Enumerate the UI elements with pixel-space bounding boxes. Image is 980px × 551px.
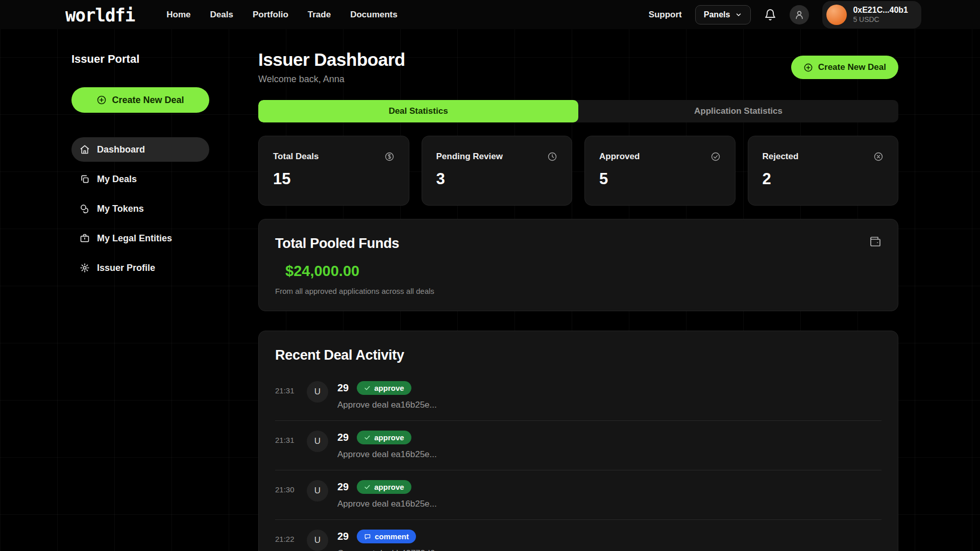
speech-bubble-icon <box>364 533 371 540</box>
pooled-funds-title: Total Pooled Funds <box>275 236 399 252</box>
activity-body: 29 approve Approve deal ea16b25e... <box>337 480 437 509</box>
activity-list-item: 21:31 U 29 approve Approve d <box>275 371 881 421</box>
activity-time: 21:30 <box>275 480 298 494</box>
activity-description: Approve deal ea16b25e... <box>337 400 437 410</box>
activity-time: 21:22 <box>275 530 298 543</box>
activity-avatar: U <box>307 381 328 403</box>
total-pooled-funds-card: Total Pooled Funds $24,000.00 From all a… <box>258 219 898 311</box>
nav-trade[interactable]: Trade <box>308 10 331 20</box>
approve-badge: approve <box>357 431 411 444</box>
page-title: Issuer Dashboard <box>258 49 405 70</box>
top-bar-right: Support Panels 0xE21C...40b1 5 USDC <box>649 1 921 29</box>
activity-actor: 29 <box>337 432 349 443</box>
stat-value: 3 <box>436 170 558 188</box>
plus-circle-icon <box>803 63 813 72</box>
wallet-avatar <box>826 5 847 25</box>
stats-row: Total Deals 15 Pending Review 3 <box>258 136 898 206</box>
nav-portfolio[interactable]: Portfolio <box>253 10 288 20</box>
activity-avatar: U <box>307 431 328 452</box>
sidebar-title: Issuer Portal <box>71 53 209 66</box>
stat-card-total-deals: Total Deals 15 <box>258 136 409 206</box>
sidebar-create-new-deal-button[interactable]: Create New Deal <box>71 87 209 113</box>
x-circle-icon <box>873 152 884 162</box>
stat-card-pending-review: Pending Review 3 <box>422 136 573 206</box>
notifications-bell-icon[interactable] <box>764 9 776 21</box>
clock-icon <box>547 152 557 162</box>
activity-avatar: U <box>307 530 328 551</box>
activity-description: Approve deal ea16b25e... <box>337 449 437 460</box>
brand-logo[interactable]: worldfi <box>65 4 135 26</box>
wallet-address: 0xE21C...40b1 <box>853 5 908 15</box>
user-avatar-icon[interactable] <box>790 5 809 24</box>
activity-title: Recent Deal Activity <box>275 347 881 363</box>
briefcase-icon <box>80 233 90 243</box>
sidebar-create-label: Create New Deal <box>112 95 184 106</box>
wallet-icon <box>869 236 881 248</box>
dollar-circle-icon <box>384 152 395 162</box>
check-circle-icon <box>710 152 721 162</box>
home-icon <box>80 144 90 155</box>
activity-time: 21:31 <box>275 381 298 395</box>
check-icon <box>364 484 371 490</box>
statistics-tabbar: Deal Statistics Application Statistics <box>258 100 898 122</box>
panels-dropdown[interactable]: Panels <box>695 5 751 24</box>
check-icon <box>364 385 371 391</box>
wallet-balance: 5 USDC <box>853 15 908 24</box>
sidebar-item-issuer-profile[interactable]: Issuer Profile <box>71 256 209 280</box>
panels-label: Panels <box>704 10 730 19</box>
tab-deal-statistics[interactable]: Deal Statistics <box>258 100 578 122</box>
top-navigation: Home Deals Portfolio Trade Documents <box>166 10 397 20</box>
activity-body: 29 comment Comment deal b42773d6... <box>337 530 442 551</box>
copies-icon <box>80 174 90 184</box>
badge-label: approve <box>374 483 404 491</box>
stat-card-approved: Approved 5 <box>584 136 736 206</box>
activity-time: 21:31 <box>275 431 298 444</box>
stat-value: 2 <box>763 170 884 188</box>
main-content: Issuer Dashboard Welcome back, Anna Crea… <box>258 29 898 551</box>
nav-support[interactable]: Support <box>649 10 682 20</box>
stat-label: Approved <box>599 152 640 162</box>
comment-badge: comment <box>357 530 416 543</box>
activity-list-item: 21:31 U 29 approve Approve d <box>275 421 881 470</box>
sidebar-item-my-tokens[interactable]: My Tokens <box>71 196 209 221</box>
activity-actor: 29 <box>337 481 349 493</box>
sidebar-item-dashboard[interactable]: Dashboard <box>71 137 209 162</box>
sidebar-item-my-deals[interactable]: My Deals <box>71 167 209 191</box>
tab-application-statistics[interactable]: Application Statistics <box>578 100 898 122</box>
gear-icon <box>80 263 90 273</box>
check-icon <box>364 434 371 441</box>
badge-label: approve <box>374 384 404 392</box>
badge-label: comment <box>375 532 409 541</box>
approve-badge: approve <box>357 381 411 395</box>
sidebar-item-label: Dashboard <box>97 144 145 155</box>
pooled-funds-amount: $24,000.00 <box>285 263 881 280</box>
sidebar-item-label: My Legal Entities <box>97 233 172 244</box>
stat-value: 5 <box>599 170 721 188</box>
header-text: Issuer Dashboard Welcome back, Anna <box>258 49 405 85</box>
nav-deals[interactable]: Deals <box>210 10 233 20</box>
stat-label: Total Deals <box>273 152 318 162</box>
nav-home[interactable]: Home <box>166 10 190 20</box>
stat-label: Rejected <box>763 152 799 162</box>
nav-documents[interactable]: Documents <box>350 10 398 20</box>
wallet-info: 0xE21C...40b1 5 USDC <box>853 5 908 24</box>
pooled-funds-description: From all approved applications across al… <box>275 287 881 295</box>
coins-icon <box>80 204 90 214</box>
main-header: Issuer Dashboard Welcome back, Anna Crea… <box>258 49 898 85</box>
sidebar-item-my-legal-entities[interactable]: My Legal Entities <box>71 226 209 251</box>
activity-list-item: 21:30 U 29 approve Approve d <box>275 470 881 520</box>
activity-description: Comment deal b42773d6... <box>337 548 442 551</box>
wallet-chip[interactable]: 0xE21C...40b1 5 USDC <box>822 1 921 29</box>
activity-description: Approve deal ea16b25e... <box>337 499 437 509</box>
plus-circle-icon <box>96 95 107 105</box>
activity-actor: 29 <box>337 531 349 542</box>
sidebar-item-label: Issuer Profile <box>97 263 155 273</box>
stat-label: Pending Review <box>436 152 503 162</box>
activity-list: 21:31 U 29 approve Approve d <box>275 371 881 551</box>
sidebar-item-label: My Deals <box>97 174 137 185</box>
top-bar: worldfi Home Deals Portfolio Trade Docum… <box>0 0 980 29</box>
header-create-label: Create New Deal <box>818 62 886 72</box>
header-create-new-deal-button[interactable]: Create New Deal <box>791 56 898 79</box>
chevron-down-icon <box>735 11 742 18</box>
stat-value: 15 <box>273 170 395 188</box>
